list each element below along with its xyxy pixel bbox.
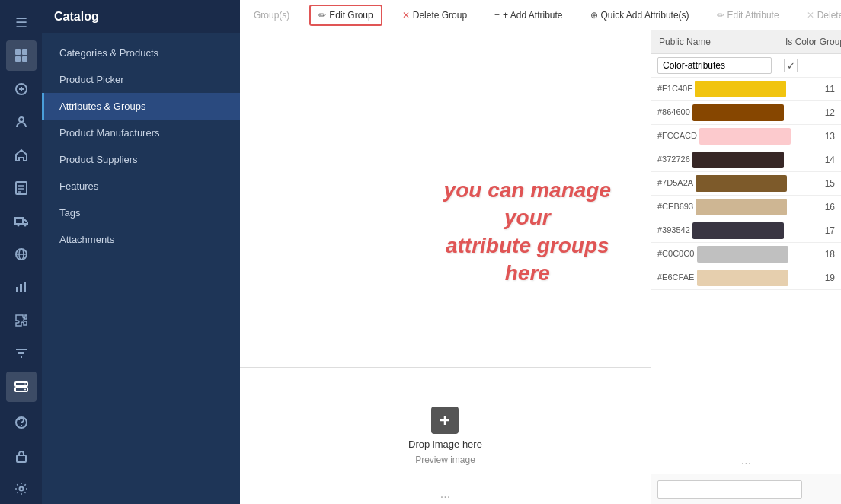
- sidebar-item-attachments-label: Attachments: [59, 234, 114, 245]
- sidebar: Catalog Categories & Products Product Pi…: [42, 0, 240, 504]
- hex-cell: #FCCACD: [651, 125, 804, 148]
- col-public-name: Public Name: [651, 30, 778, 54]
- sidebar-item-tags-label: Tags: [59, 207, 80, 219]
- svg-point-7: [17, 224, 19, 226]
- hex-cell: #C0C0C0: [651, 243, 804, 266]
- delete-group-button[interactable]: ✕ Delete Group: [395, 6, 475, 24]
- svg-rect-2: [15, 56, 21, 62]
- svg-rect-11: [16, 287, 18, 292]
- delete-attribute-label: Delete Attribute: [817, 10, 841, 21]
- drop-plus-icon: [431, 407, 459, 434]
- color-group-cell: ✓: [778, 54, 841, 78]
- public-name-input[interactable]: [657, 57, 772, 74]
- hex-cell: #E6CFAE: [651, 266, 804, 290]
- edit-group-button[interactable]: ✏ Edit Group: [309, 5, 382, 26]
- sidebar-title: Catalog: [54, 10, 99, 24]
- position-cell: 16: [817, 196, 841, 219]
- empty-cell: [804, 172, 817, 196]
- orders-nav-icon[interactable]: [6, 74, 37, 104]
- settings-nav-icon[interactable]: [6, 474, 37, 504]
- left-panel-bottom: Drop image here Preview image ···: [240, 367, 651, 504]
- empty-cell: [804, 78, 817, 101]
- add-attribute-button[interactable]: + + Add Attribute: [487, 6, 570, 24]
- sidebar-item-categories[interactable]: Categories & Products: [42, 40, 240, 66]
- icon-rail: ☰: [0, 0, 42, 504]
- ellipsis-row: ···: [651, 454, 841, 474]
- left-panel-top: you can manage your attribute groups her…: [240, 30, 651, 367]
- main-area: Group(s) ✏ Edit Group ✕ Delete Group + +…: [240, 0, 841, 504]
- table-row: #C0C0C0 18: [651, 243, 841, 266]
- sidebar-item-tags[interactable]: Tags: [42, 199, 240, 226]
- image-drop-area[interactable]: Drop image here Preview image: [408, 407, 482, 465]
- edit-group-label: Edit Group: [329, 10, 373, 21]
- table-row: #864600 12: [651, 101, 841, 125]
- groups-label: Group(s): [254, 10, 289, 21]
- position-cell: 19: [817, 266, 841, 290]
- sidebar-item-attachments[interactable]: Attachments: [42, 226, 240, 253]
- empty-cell: [804, 219, 817, 243]
- table-row: #CEB693 16: [651, 196, 841, 219]
- groups-button[interactable]: Group(s): [246, 6, 297, 24]
- sidebar-item-attributes[interactable]: Attributes & Groups: [42, 93, 240, 120]
- overlay-line1: you can manage your: [425, 177, 631, 232]
- sidebar-item-product-picker[interactable]: Product Picker: [42, 66, 240, 93]
- home-nav-icon[interactable]: [6, 140, 37, 170]
- filter-nav-icon[interactable]: [6, 339, 37, 368]
- hex-cell: #F1C40F: [651, 78, 804, 101]
- hex-cell: #372726: [651, 148, 804, 172]
- delete-attribute-icon: ✕: [807, 10, 814, 21]
- position-cell: 11: [817, 78, 841, 101]
- svg-rect-0: [15, 49, 21, 55]
- invoice-nav-icon[interactable]: [6, 173, 37, 203]
- storage-nav-icon[interactable]: [6, 372, 37, 401]
- overlay-message: you can manage your attribute groups her…: [425, 177, 631, 288]
- analytics-nav-icon[interactable]: [6, 273, 37, 302]
- hex-cell: #7D5A2A: [651, 172, 804, 196]
- add-attribute-label: + Add Attribute: [503, 10, 562, 21]
- position-cell: 14: [817, 148, 841, 172]
- edit-attribute-label: Edit Attribute: [727, 10, 779, 21]
- right-panel: Public Name Is Color Group Position: [651, 30, 841, 504]
- empty-cell: [804, 243, 817, 266]
- left-panel: you can manage your attribute groups her…: [240, 30, 651, 504]
- puzzle-nav-icon[interactable]: [6, 305, 37, 335]
- bottom-text-input[interactable]: [657, 480, 802, 499]
- resize-handle[interactable]: ···: [440, 490, 450, 504]
- empty-cell: [804, 266, 817, 290]
- empty-cell: [804, 101, 817, 125]
- sidebar-item-features[interactable]: Features: [42, 173, 240, 199]
- table-row: #372726 14: [651, 148, 841, 172]
- sidebar-item-manufacturers[interactable]: Product Manufacturers: [42, 120, 240, 146]
- help-nav-icon[interactable]: [6, 408, 37, 438]
- svg-point-5: [19, 117, 24, 122]
- svg-rect-12: [20, 284, 22, 292]
- add-attribute-icon: +: [494, 10, 500, 21]
- table-row: #7D5A2A 15: [651, 172, 841, 196]
- hex-cell: #393542: [651, 219, 804, 243]
- quick-add-button[interactable]: ⊕ Quick Add Attribute(s): [583, 6, 697, 24]
- lock-nav-icon[interactable]: [6, 441, 37, 471]
- svg-rect-13: [24, 282, 26, 292]
- hamburger-icon[interactable]: ☰: [6, 8, 37, 37]
- position-cell: 12: [817, 101, 841, 125]
- overlay-line2: attribute groups here: [425, 232, 631, 288]
- customers-nav-icon[interactable]: [6, 107, 37, 136]
- empty-cell: [804, 148, 817, 172]
- table-row: #FCCACD 13: [651, 125, 841, 148]
- delete-attribute-button[interactable]: ✕ Delete Attribute: [799, 6, 841, 24]
- empty-cell: [804, 125, 817, 148]
- table-row: #F1C40F 11: [651, 78, 841, 101]
- svg-point-8: [24, 224, 26, 226]
- table-row: #393542 17: [651, 219, 841, 243]
- shipping-nav-icon[interactable]: [6, 206, 37, 236]
- edit-attribute-button[interactable]: ✏ Edit Attribute: [709, 6, 787, 24]
- hex-cell: #864600: [651, 101, 804, 125]
- svg-rect-3: [22, 56, 27, 62]
- catalog-nav-icon[interactable]: [6, 40, 37, 70]
- public-name-cell: [651, 54, 778, 78]
- sidebar-item-suppliers[interactable]: Product Suppliers: [42, 146, 240, 173]
- globe-nav-icon[interactable]: [6, 239, 37, 269]
- edit-icon: ✏: [318, 10, 326, 21]
- attributes-table: Public Name Is Color Group Position: [651, 30, 841, 78]
- color-group-checkbox[interactable]: ✓: [784, 59, 798, 72]
